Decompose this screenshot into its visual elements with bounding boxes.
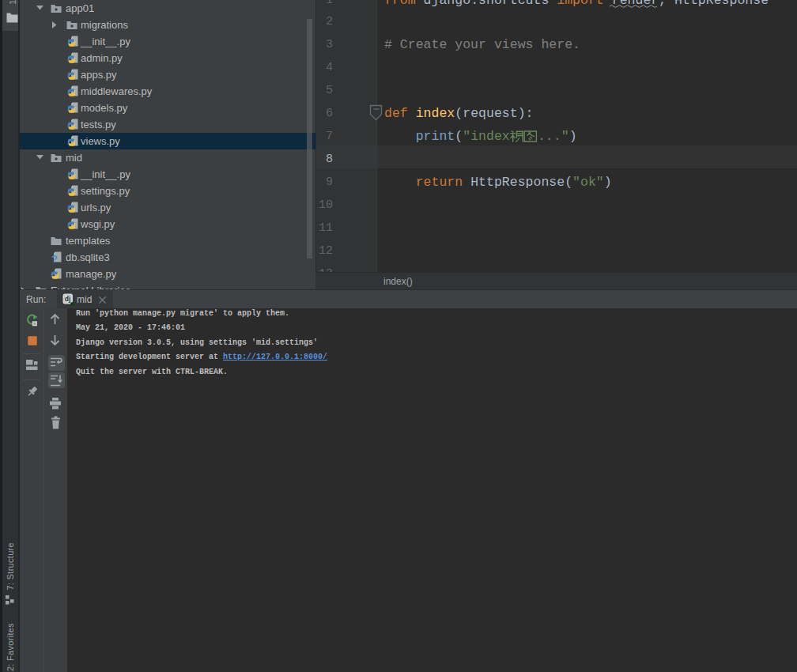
svg-text:?: ?	[51, 253, 58, 264]
svg-text:dj: dj	[65, 295, 71, 303]
